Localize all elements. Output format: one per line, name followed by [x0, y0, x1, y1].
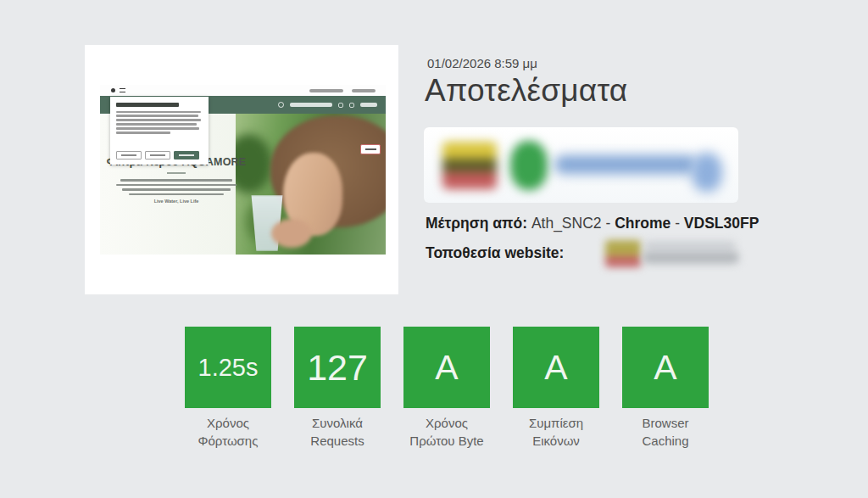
ssl-lock-icon-blur: [510, 141, 548, 190]
result-thumbnail-card[interactable]: Φίλτρα Νερού AQUAMORE Live Water, Live L…: [85, 45, 398, 294]
paragraph-placeholder: [120, 179, 232, 182]
metric-tile-ttfb: A ΧρόνοςΠρώτου Byte: [403, 327, 490, 450]
search-icon: [278, 102, 284, 108]
metric-value-box: A: [403, 327, 490, 408]
nav-text-placeholder: [290, 103, 332, 107]
measurement-browser: Chrome: [615, 215, 670, 232]
divider: [167, 172, 186, 174]
metric-label: ΧρόνοςΠρώτου Byte: [403, 414, 490, 450]
metrics-row: 1.25s ΧρόνοςΦόρτωσης 127 ΣυνολικάRequest…: [185, 327, 709, 450]
hero-cta-button: [360, 144, 381, 154]
blurred-url-bar: [424, 127, 738, 203]
url-domain-blur: [692, 153, 722, 192]
url-text-blur: [554, 155, 697, 174]
hero-photo-child-drinking-water: [236, 114, 386, 255]
cookie-accept-button: [174, 151, 199, 159]
cookie-decline-button: [116, 151, 142, 159]
hamburger-menu-icon: [120, 88, 125, 92]
metric-tile-load-time: 1.25s ΧρόνοςΦόρτωσης: [185, 327, 271, 450]
paragraph-placeholder: [122, 188, 231, 191]
metric-tile-browser-caching: A BrowserCaching: [622, 327, 709, 450]
mini-site-topbar: [100, 85, 386, 96]
metric-tile-image-compression: A ΣυμπίεσηΕικόνων: [513, 327, 599, 450]
metric-value-box: 127: [294, 327, 381, 408]
cookie-settings-button: [145, 151, 170, 159]
cart-icon: [349, 103, 354, 108]
metric-tile-total-requests: 127 ΣυνολικάRequests: [294, 327, 381, 450]
cookie-title-placeholder: [116, 103, 179, 107]
metric-label: ΣυμπίεσηΕικόνων: [513, 414, 599, 450]
metric-value-box: 1.25s: [185, 327, 271, 408]
topbar-text-placeholder: [309, 89, 343, 92]
measurement-connection: VDSL30FP: [684, 215, 760, 232]
metric-label: ΣυνολικάRequests: [294, 414, 381, 450]
paragraph-placeholder: [129, 193, 224, 196]
site-favicon-blur: [442, 142, 497, 189]
page-title: Αποτελέσματα: [425, 73, 627, 109]
measurement-probe: Ath_SNC2: [531, 215, 602, 232]
website-location-line: Τοποθεσία website:: [426, 244, 564, 262]
metric-label: ΧρόνοςΦόρτωσης: [185, 414, 271, 450]
location-label: Τοποθεσία website:: [426, 244, 564, 261]
result-timestamp: 01/02/2026 8:59 μμ: [427, 56, 537, 70]
mini-site-screenshot: Φίλτρα Νερού AQUAMORE Live Water, Live L…: [100, 85, 386, 255]
results-page: { "header": { "timestamp": "01/02/2026 8…: [0, 0, 868, 498]
blurred-location-value: [604, 238, 739, 271]
cookie-consent-dialog: [110, 97, 209, 165]
paragraph-placeholder: [116, 184, 236, 187]
phone-icon: [111, 88, 115, 92]
measurement-label: Μέτρηση από:: [426, 215, 527, 232]
topbar-text-placeholder: [352, 89, 376, 92]
account-icon: [338, 103, 343, 108]
mini-site-tagline: Live Water, Live Life: [100, 199, 253, 204]
measurement-info: Μέτρηση από: Ath_SNC2 - Chrome - VDSL30F…: [426, 215, 759, 232]
metric-value-box: A: [513, 327, 599, 408]
cart-total-placeholder: [360, 103, 377, 107]
cookie-buttons: [116, 151, 199, 159]
location-logo-blur: [605, 240, 641, 267]
metric-value-box: A: [622, 327, 709, 408]
metric-label: BrowserCaching: [622, 414, 709, 450]
